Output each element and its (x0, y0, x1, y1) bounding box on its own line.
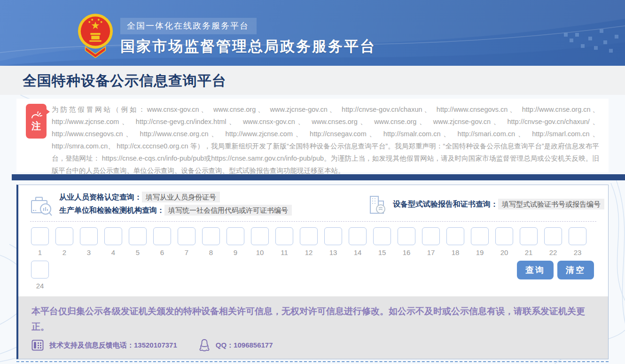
legend-device: 设备型式试验报告和证书查询：填写型式试验证书号或报告编号 (367, 194, 604, 215)
search-button[interactable]: 查询 (517, 261, 554, 279)
code-box-number: 12 (305, 248, 313, 256)
code-box-17[interactable] (422, 227, 440, 245)
page-title: 全国特种设备公示信息查询平台 (23, 71, 227, 91)
disclaimer-text: 本平台仅归集公示各级发证机关颁发的特种设备相关许可信息，无权对许可信息进行修改。… (31, 303, 595, 334)
code-cell: 2 (55, 227, 73, 256)
phone-number: 13520107371 (134, 341, 177, 349)
code-box-20[interactable] (495, 227, 513, 245)
code-box-21[interactable] (520, 227, 538, 245)
code-cell: 16 (398, 227, 415, 256)
code-box-number: 5 (136, 248, 140, 256)
code-box-2[interactable] (55, 227, 73, 245)
legend-person-unit: 从业人员资格认定查询：填写从业人员身份证号 生产单位和检验检测机构查询：填写统一… (30, 193, 292, 217)
code-box-15[interactable] (373, 227, 391, 245)
code-cell: 14 (349, 227, 367, 256)
code-row-1: 1234567891011121314151617181920212223 (31, 227, 586, 256)
qq-group: QQ：1096856177 (199, 339, 273, 352)
code-box-number: 16 (403, 248, 411, 256)
note-badge-label: 注 (31, 121, 41, 131)
code-cell: 21 (520, 227, 538, 256)
page: 全国一体化在线政务服务平台 国家市场监督管理总局政务服务平台 全国特种设备公示信… (0, 0, 625, 364)
panel-footer: 本平台仅归集公示各级发证机关颁发的特种设备相关许可信息，无权对许可信息进行修改。… (18, 296, 608, 359)
code-box-23[interactable] (569, 227, 586, 245)
code-row-2: 24 查询 清空 (31, 261, 594, 290)
code-cell: 5 (129, 227, 147, 256)
notice-text: 为防范假冒网站（例如：www.cnsx-gov.cn、 www.cnse.org… (52, 103, 599, 177)
code-cell: 12 (300, 227, 318, 256)
code-cell: 18 (446, 227, 464, 256)
site-header: 全国一体化在线政务服务平台 国家市场监督管理总局政务服务平台 (0, 0, 625, 66)
note-badge-pointer (46, 109, 50, 115)
code-box-5[interactable] (129, 227, 147, 245)
national-platform-banner: 全国一体化在线政务服务平台 (120, 18, 257, 34)
code-box-1[interactable] (31, 227, 49, 245)
code-box-7[interactable] (178, 227, 195, 245)
code-box-11[interactable] (275, 227, 293, 245)
code-cell: 3 (80, 227, 98, 256)
code-box-22[interactable] (544, 227, 562, 245)
code-cell: 4 (104, 227, 122, 256)
fax-phone-icon (31, 340, 44, 351)
code-box-number: 6 (160, 248, 164, 256)
person-query-label: 从业人员资格认定查询： (59, 193, 142, 201)
code-box-number: 1 (38, 248, 42, 256)
code-box-13[interactable] (324, 227, 342, 245)
code-cell: 15 (373, 227, 391, 256)
title-strip: 全国特种设备公示信息查询平台 (0, 66, 625, 95)
code-cell: 8 (202, 227, 220, 256)
china-national-emblem-icon (77, 12, 114, 63)
code-box-number: 24 (36, 282, 44, 290)
code-box-number: 11 (281, 248, 288, 256)
action-buttons: 查询 清空 (517, 261, 594, 279)
code-box-24[interactable] (31, 261, 49, 279)
anti-fake-notice: 注 为防范假冒网站（例如：www.cnsx-gov.cn、 www.cnse.o… (16, 99, 609, 172)
code-box-14[interactable] (349, 227, 367, 245)
person-query-hint: 填写从业人员身份证号 (142, 192, 220, 202)
code-box-9[interactable] (227, 227, 244, 245)
clear-button[interactable]: 清空 (557, 261, 594, 279)
code-box-number: 20 (500, 248, 508, 256)
code-cell: 23 (569, 227, 586, 256)
phone-text: 技术支持及信息反馈电话：13520107371 (49, 341, 177, 350)
code-box-number: 19 (476, 248, 484, 256)
code-cell: 19 (471, 227, 489, 256)
package-search-icon (30, 195, 53, 217)
code-box-12[interactable] (300, 227, 318, 245)
qq-number: 1096856177 (234, 341, 273, 349)
code-box-16[interactable] (398, 227, 415, 245)
code-box-number: 17 (427, 248, 435, 256)
code-box-10[interactable] (251, 227, 269, 245)
code-cell: 17 (422, 227, 440, 256)
code-cell: 20 (495, 227, 513, 256)
contact-row: 技术支持及信息反馈电话：13520107371 QQ：1096856177 (31, 339, 595, 352)
code-cell: 22 (544, 227, 562, 256)
code-cell: 7 (178, 227, 195, 256)
code-box-number: 8 (209, 248, 213, 256)
code-box-number: 18 (452, 248, 460, 256)
building-search-icon (367, 194, 386, 215)
unit-query-label: 生产单位和检验检测机构查询： (59, 206, 164, 214)
code-cell: 9 (227, 227, 244, 256)
device-query-hint: 填写型式试验证书号或报告编号 (498, 199, 604, 209)
code-box-19[interactable] (471, 227, 489, 245)
code-box-4[interactable] (104, 227, 122, 245)
code-box-number: 9 (234, 248, 237, 256)
code-cell: 24 (31, 261, 49, 290)
navy-divider-bar (12, 174, 625, 180)
code-cell: 10 (251, 227, 269, 256)
code-box-number: 7 (185, 248, 188, 256)
code-box-18[interactable] (446, 227, 464, 245)
code-box-number: 3 (87, 248, 91, 256)
phone-label: 技术支持及信息反馈电话： (49, 341, 134, 349)
code-box-number: 23 (574, 248, 582, 256)
code-cell-24-holder: 24 (31, 261, 49, 290)
code-box-number: 4 (111, 248, 115, 256)
code-box-6[interactable] (153, 227, 171, 245)
alert-face-icon (30, 111, 42, 120)
code-box-8[interactable] (202, 227, 220, 245)
code-box-3[interactable] (80, 227, 98, 245)
code-box-number: 15 (378, 248, 386, 256)
agency-platform-title: 国家市场监督管理总局政务服务平台 (120, 37, 376, 56)
qq-label: QQ： (216, 341, 234, 349)
unit-query-hint: 填写统一社会信用代码或许可证书编号 (164, 205, 292, 216)
